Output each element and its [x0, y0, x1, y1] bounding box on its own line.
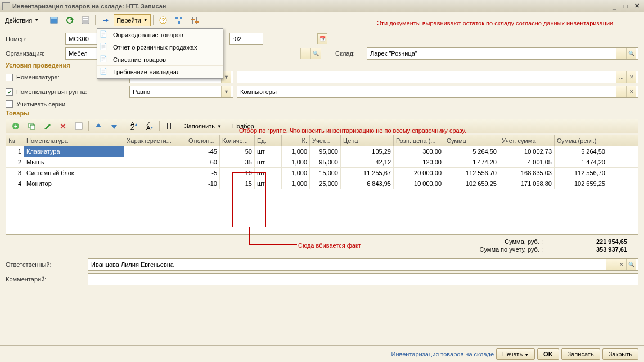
th-uch[interactable]: Учет... [310, 135, 341, 146]
cell-uch[interactable]: 25,000 [310, 178, 341, 189]
save-button[interactable]: Записать [561, 348, 600, 360]
more-button[interactable]: ... [616, 86, 626, 97]
th-otk[interactable]: Отклон... [186, 135, 220, 146]
th-cena[interactable]: Цена [341, 135, 394, 146]
cell-kol[interactable]: 15 [220, 178, 255, 189]
add-row-button[interactable]: + [8, 120, 23, 132]
resp-search-button[interactable]: 🔍 [626, 259, 636, 270]
barcode-button[interactable] [162, 120, 177, 132]
table-row[interactable]: 3Системный блок-510шт1,00015,00011 255,6… [6, 168, 638, 178]
cell-k[interactable]: 1,000 [282, 157, 310, 167]
cell-sum[interactable]: 112 556,70 [444, 168, 499, 178]
bottom-title-link[interactable]: Инвентаризация товаров на складе [391, 351, 494, 357]
cell-kol[interactable]: 10 [220, 168, 255, 178]
cell-rozn[interactable]: 120,00 [394, 157, 444, 167]
cell-ed[interactable]: шт [255, 178, 282, 189]
table-row[interactable]: 1Клавиатура-4550шт1,00095,000105,29300,0… [6, 146, 638, 157]
th-nom[interactable]: Номенклатура [24, 135, 124, 146]
toolbar-btn-2[interactable] [62, 14, 77, 26]
cell-sum[interactable]: 1 474,20 [444, 157, 499, 167]
ok-button[interactable]: OK [537, 348, 559, 360]
fill-menu[interactable]: Заполнить▼ [182, 120, 224, 132]
clear-button[interactable]: ✕ [626, 71, 636, 83]
cell-regl[interactable]: 5 264,50 [555, 146, 607, 157]
cell-usum[interactable]: 10 002,73 [499, 146, 555, 157]
cell-cena[interactable]: 11 255,67 [341, 168, 394, 178]
cell-har[interactable] [124, 178, 186, 189]
print-button[interactable]: Печать ▼ [496, 348, 535, 360]
cell-nom[interactable]: Системный блок [24, 168, 124, 178]
th-har[interactable]: Характеристи... [124, 135, 186, 146]
cell-rozn[interactable]: 20 000,00 [394, 168, 444, 178]
toolbar-btn-1[interactable] [47, 14, 61, 26]
maximize-button[interactable]: □ [620, 2, 631, 11]
resp-clear-button[interactable]: ✕ [616, 259, 626, 270]
cell-n[interactable]: 4 [6, 178, 24, 189]
dropdown-item-spisanie[interactable]: 📄Списание товаров [97, 53, 223, 66]
cell-ed[interactable]: шт [255, 157, 282, 167]
clear-button[interactable]: ✕ [626, 86, 636, 97]
cell-har[interactable] [124, 168, 186, 178]
nomenklatura-checkbox[interactable] [6, 74, 13, 81]
sklad-more-button[interactable]: ... [616, 48, 626, 59]
cell-uch[interactable]: 95,000 [310, 146, 341, 157]
cell-cena[interactable]: 42,12 [341, 157, 394, 167]
delete-row-button[interactable] [56, 120, 70, 132]
cell-cena[interactable]: 105,29 [341, 146, 394, 157]
toolbar-btn-link[interactable] [98, 14, 112, 26]
cell-usum[interactable]: 171 098,80 [499, 178, 555, 189]
goto-menu[interactable]: Перейти▼ [114, 14, 151, 26]
more-button[interactable]: ... [616, 71, 626, 83]
th-rozn[interactable]: Розн. цена (... [394, 135, 444, 146]
cell-har[interactable] [124, 146, 186, 157]
cell-kol[interactable]: 50 [220, 146, 255, 157]
cell-rozn[interactable]: 10 000,00 [394, 178, 444, 189]
th-k[interactable]: К. [282, 135, 310, 146]
th-sum[interactable]: Сумма [444, 135, 499, 146]
resp-more-button[interactable]: ... [606, 259, 616, 270]
cell-otk[interactable]: -60 [186, 157, 220, 167]
cell-n[interactable]: 1 [6, 146, 24, 157]
cell-otk[interactable]: -45 [186, 146, 220, 157]
cell-usum[interactable]: 168 835,03 [499, 168, 555, 178]
minimize-button[interactable]: _ [609, 2, 619, 11]
sort-asc-button[interactable]: AZ [127, 120, 141, 132]
nomenklatura-value-field[interactable]: ...✕ [237, 71, 638, 83]
nomgroup-checkbox[interactable]: ✔ [6, 88, 13, 96]
cell-regl[interactable]: 1 474,20 [555, 157, 607, 167]
calendar-button[interactable]: 📅 [317, 33, 327, 44]
cell-nom[interactable]: Монитор [24, 178, 124, 189]
org-field[interactable]: Мебел [65, 47, 98, 60]
toolbar-btn-settings[interactable] [187, 14, 202, 26]
dropdown-item-trebovanie[interactable]: 📄Требование-накладная [97, 66, 223, 78]
cell-ed[interactable]: шт [255, 146, 282, 157]
table-row[interactable]: 4Монитор-1015шт1,00025,0006 843,9510 000… [6, 178, 638, 189]
cell-k[interactable]: 1,000 [282, 146, 310, 157]
dropdown-item-otchet[interactable]: 📄Отчет о розничных продажах [97, 41, 223, 53]
series-checkbox[interactable] [6, 100, 13, 108]
finish-edit-button[interactable] [71, 120, 86, 132]
cell-regl[interactable]: 112 556,70 [555, 168, 607, 178]
th-ed[interactable]: Ед. [255, 135, 282, 146]
nomgroup-op-field[interactable]: Равно▼ [129, 86, 233, 98]
date-field-suffix[interactable]: :02 [229, 33, 263, 45]
cell-n[interactable]: 3 [6, 168, 24, 178]
cell-otk[interactable]: -10 [186, 178, 220, 189]
cell-nom[interactable]: Клавиатура [24, 146, 124, 157]
actions-menu[interactable]: Действия▼ [2, 14, 42, 26]
toolbar-btn-3[interactable] [78, 14, 93, 26]
cell-cena[interactable]: 6 843,95 [341, 178, 394, 189]
th-n[interactable]: № [6, 135, 24, 146]
nomgroup-value-field[interactable]: Компьютеры...✕ [237, 86, 638, 98]
dropdown-button[interactable]: ▼ [221, 86, 231, 97]
th-regl[interactable]: Сумма (регл.) [555, 135, 607, 146]
comment-field[interactable] [88, 273, 638, 285]
resp-field[interactable]: Иванцова Лилия Евгеньевна ... ✕ 🔍 [88, 258, 638, 271]
cell-usum[interactable]: 4 001,05 [499, 157, 555, 167]
cell-sum[interactable]: 102 659,25 [444, 178, 499, 189]
dropdown-item-oprihodovanie[interactable]: 📄Оприходование товаров [97, 29, 223, 41]
number-field[interactable]: МСК00 [65, 33, 98, 45]
cell-n[interactable]: 2 [6, 157, 24, 167]
toolbar-btn-struct[interactable] [172, 14, 186, 26]
cell-regl[interactable]: 102 659,25 [555, 178, 607, 189]
